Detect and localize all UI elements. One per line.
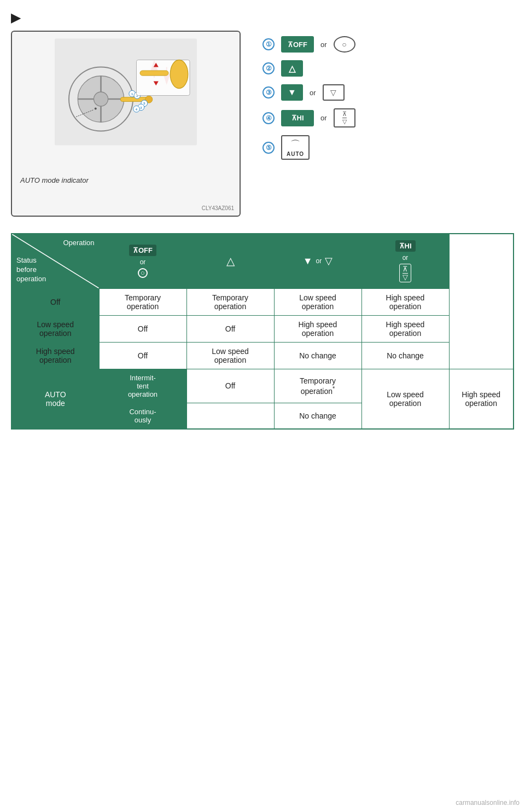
auto-int-col3: Low speedoperation [361,369,449,429]
badge-4: ④ [262,112,275,124]
hi-header-icon: ⊼HI [395,240,416,252]
down-outline-header: ▽ [325,255,332,267]
or-text-4: or [320,114,327,122]
high-col2: Low speedoperation [186,342,274,369]
auto-wiper-icon: ⌒ AUTO [281,135,310,160]
badge-1: ① [262,38,275,50]
low-col1: Off [99,315,186,342]
table-header-row: Operation Statusbeforeoperation ⊼OFF or … [11,234,514,288]
status-auto-sub2: Continu-ously [99,403,186,429]
high-col3: No change [274,342,361,369]
up-header-icon: △ [223,253,238,269]
off-icon: ⊼OFF [281,36,314,53]
badge-3: ③ [262,86,275,98]
badge-5: ⑤ [262,142,275,154]
or-text-3: or [310,89,316,97]
off-col3: Low speedoperation [274,288,361,315]
status-low: Low speedoperation [11,315,99,342]
watermark: carmanualsonline.info [456,799,520,807]
table-row-auto-intermittent: AUTOmode Intermit-tentoperation Off Temp… [11,369,514,403]
off-col2: Temporaryoperation [186,288,274,315]
down-solid-icon: ▼ [281,84,303,101]
star-note: * [332,385,335,392]
top-section: 1 2 5 3 4 [11,31,514,217]
diagonal-header-cell: Operation Statusbeforeoperation [11,234,99,288]
svg-point-25 [170,60,188,89]
svg-point-30 [95,108,97,110]
auto-int-col1: Off [186,369,274,403]
control-row-3: ③ ▼ or ▽ [262,84,514,101]
off-col1: Temporaryoperation [99,288,186,315]
diagram-inner: 1 2 5 3 4 [12,32,240,152]
col-header-2: △ [186,234,274,288]
control-row-4: ④ ⊼HI or ⊼ ▽ [262,108,514,127]
status-off: Off [11,288,99,315]
car-interior-svg: 1 2 5 3 4 [55,37,197,147]
auto-int-col4: High speedoperation [449,369,514,429]
low-col3: High speedoperation [274,315,361,342]
operation-label: Operation [63,239,94,247]
up-arrow-icon: △ [281,60,303,77]
page-arrow: ▶ [11,11,514,25]
diagram-code: CLY43AZ061 [202,205,234,211]
col4-icon: ⊼HI or ⊼ ▽ [368,240,444,282]
col-header-3: ▼ or ▽ [274,234,361,288]
control-row-2: ② △ [262,60,514,77]
auto-cont-col1 [186,403,274,429]
low-col2: Off [186,315,274,342]
control-row-1: ① ⊼OFF or ○ [262,36,514,53]
status-label: Statusbeforeoperation [16,256,46,284]
off-col4: High speedoperation [361,288,449,315]
high-col1: Off [99,342,186,369]
col-header-1: ⊼OFF or ○ [99,234,186,288]
control-row-5: ⑤ ⌒ AUTO [262,135,514,160]
svg-point-3 [94,92,108,106]
table-section: Operation Statusbeforeoperation ⊼OFF or … [11,233,514,430]
down-solid-header: ▼ [303,256,313,267]
table-row-high: High speedoperation Off Low speedoperati… [11,342,514,369]
hi-outline-header: ⊼ ▽ [399,264,411,282]
badge-2: ② [262,62,275,74]
operation-table: Operation Statusbeforeoperation ⊼OFF or … [11,233,514,430]
col-header-4: ⊼HI or ⊼ ▽ [361,234,449,288]
hi-icon: ⊼HI [281,110,314,126]
col2-icon: △ [192,253,269,269]
col1-or: or [140,258,146,266]
status-auto-sub1: Intermit-tentoperation [99,369,186,403]
svg-rect-26 [140,71,168,76]
col4-or: or [402,254,409,262]
status-auto-main: AUTOmode [11,369,99,429]
off-header-icon: ⊼OFF [129,245,156,256]
controls-legend: ① ⊼OFF or ○ ② △ ③ ▼ or ▽ ④ ⊼HI or ⊼ ▽ [262,31,514,160]
auto-cont-col2: No change [274,403,361,429]
auto-mode-indicator-label: AUTO mode indicator [20,176,89,185]
low-col4: High speedoperation [361,315,449,342]
table-row-off: Off Temporaryoperation Temporaryoperatio… [11,288,514,315]
col3-or: or [316,257,322,265]
circle-icon-1: ○ [334,36,355,53]
auto-int-col2: Temporaryoperation* [274,369,361,403]
col1-icon: ⊼OFF or ○ [105,245,181,278]
col3-icon: ▼ or ▽ [280,255,356,267]
circle-header-icon: ○ [138,268,148,278]
or-text-1: or [320,40,327,49]
table-row-low: Low speedoperation Off Off High speedope… [11,315,514,342]
hi-outline-icon: ⊼ ▽ [334,108,355,127]
status-high: High speedoperation [11,342,99,369]
high-col4: No change [361,342,449,369]
diagram-box: 1 2 5 3 4 [11,31,241,217]
down-outline-icon: ▽ [323,84,345,101]
